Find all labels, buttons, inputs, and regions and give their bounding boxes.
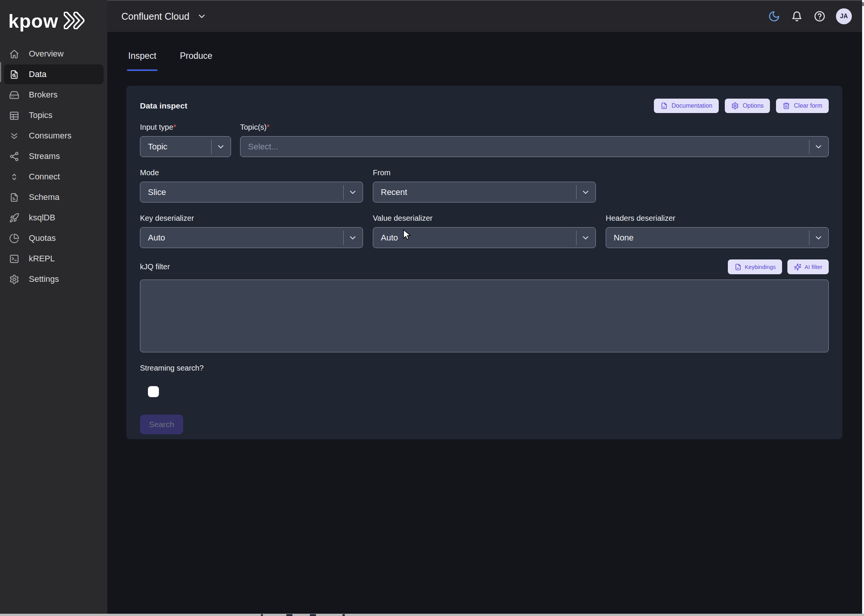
input-type-value: Topic: [148, 142, 211, 152]
from-select[interactable]: Recent: [373, 182, 596, 203]
mode-select[interactable]: Slice: [140, 182, 363, 203]
help-button[interactable]: [813, 10, 826, 23]
headers-deserializer-select[interactable]: None: [606, 227, 829, 248]
keybindings-button[interactable]: Keybindings: [728, 259, 782, 274]
key-deserializer-value: Auto: [148, 233, 343, 243]
sidebar-nav: Overview Data Brokers Topics Consumers S…: [0, 44, 107, 289]
pie-chart-icon: [9, 233, 19, 244]
sidebar-item-label: Topics: [29, 110, 52, 120]
input-type-select[interactable]: Topic: [140, 136, 231, 157]
chevron-down-icon: [814, 142, 823, 151]
sidebar-item-label: Connect: [29, 172, 60, 182]
taskbar-edge: [0, 614, 864, 616]
data-inspect-panel: Data inspect Documentation Options Clear…: [126, 86, 842, 439]
taskbar-edge-mark: [310, 614, 316, 616]
user-avatar[interactable]: JA: [836, 8, 852, 24]
dark-mode-toggle[interactable]: [768, 10, 781, 23]
main-content: Inspect Produce Data inspect Documentati…: [107, 32, 864, 614]
headers-deserializer-label: Headers deserializer: [606, 214, 829, 223]
input-type-label: Input type*: [140, 123, 231, 132]
key-deserializer-select[interactable]: Auto: [140, 227, 363, 248]
sidebar-item-krepl[interactable]: kREPL: [4, 249, 104, 269]
taskbar-edge-mark: [286, 614, 292, 616]
tab-inspect[interactable]: Inspect: [127, 51, 157, 71]
table-icon: [9, 110, 19, 121]
value-deserializer-value: Auto: [381, 233, 576, 243]
sidebar-item-label: ksqlDB: [29, 213, 55, 223]
sidebar-item-label: Quotas: [29, 233, 56, 243]
gear-icon: [9, 274, 19, 284]
ai-filter-label: AI filter: [804, 264, 822, 270]
clear-form-label: Clear form: [794, 102, 822, 109]
logo-chevrons-icon: [64, 12, 88, 31]
topics-label: Topic(s)*: [240, 123, 829, 132]
sidebar-item-data[interactable]: Data: [4, 64, 104, 84]
key-deserializer-label: Key deserializer: [140, 214, 363, 223]
chevron-down-icon: [581, 188, 590, 197]
kpow-logo[interactable]: kpow: [0, 0, 107, 33]
sidebar-item-connect[interactable]: Connect: [4, 167, 104, 187]
taskbar-edge-mark: [342, 614, 345, 616]
cluster-selector[interactable]: Confluent Cloud: [121, 11, 207, 22]
window-scrollbar[interactable]: [862, 0, 864, 616]
sidebar-item-brokers[interactable]: Brokers: [4, 85, 104, 105]
value-deserializer-label: Value deserializer: [373, 214, 596, 223]
sidebar-item-label: Streams: [29, 151, 60, 161]
sidebar-item-label: kREPL: [29, 254, 55, 264]
sidebar-item-consumers[interactable]: Consumers: [4, 126, 104, 146]
help-circle-icon: [814, 10, 826, 22]
notifications-button[interactable]: [790, 10, 803, 23]
select-divider: [809, 140, 810, 154]
topbar: Confluent Cloud JA: [107, 0, 864, 32]
clear-form-button[interactable]: Clear form: [776, 99, 829, 113]
sidebar-item-label: Overview: [29, 49, 64, 59]
chevron-down-icon: [348, 188, 357, 197]
mode-label: Mode: [140, 168, 363, 177]
topics-placeholder: Select...: [248, 142, 809, 152]
share-icon: [9, 151, 19, 162]
rocket-icon: [9, 213, 19, 223]
value-deserializer-select[interactable]: Auto: [373, 227, 596, 248]
options-label: Options: [743, 102, 763, 109]
sparkles-icon: [794, 263, 801, 271]
kjq-filter-textarea[interactable]: [140, 280, 829, 352]
hard-drive-icon: [9, 90, 19, 100]
streaming-search-checkbox[interactable]: [148, 386, 159, 397]
from-value: Recent: [381, 187, 576, 197]
streaming-search-label: Streaming search?: [140, 364, 829, 372]
sidebar-item-settings[interactable]: Settings: [4, 269, 104, 289]
sidebar-item-streams[interactable]: Streams: [4, 146, 104, 166]
topics-select[interactable]: Select...: [240, 136, 829, 157]
document-icon: [734, 263, 742, 271]
chevron-down-icon: [814, 233, 823, 242]
gear-icon: [731, 102, 739, 110]
chevron-down-icon: [197, 11, 207, 21]
sidebar-item-overview[interactable]: Overview: [4, 44, 104, 64]
terminal-icon: [9, 254, 19, 264]
sidebar-item-label: Settings: [29, 274, 59, 284]
documentation-button[interactable]: Documentation: [654, 99, 719, 113]
chevron-down-icon: [216, 142, 225, 151]
search-button[interactable]: Search: [140, 415, 183, 434]
ai-filter-button[interactable]: AI filter: [787, 259, 829, 274]
chevron-down-icon: [348, 233, 357, 242]
app-window: kpow Overview Data Br: [0, 0, 864, 616]
sidebar-item-label: Schema: [29, 192, 60, 202]
sidebar-item-label: Consumers: [29, 131, 71, 141]
kjq-filter-label: kJQ filter: [140, 262, 170, 271]
chevrons-up-down-icon: [9, 172, 19, 182]
sidebar-item-ksqldb[interactable]: ksqlDB: [4, 208, 104, 228]
taskbar-edge-mark: [261, 614, 263, 616]
options-button[interactable]: Options: [725, 99, 770, 113]
select-divider: [343, 185, 344, 200]
sidebar-item-schema[interactable]: Schema: [4, 187, 104, 207]
from-label: From: [373, 168, 596, 177]
panel-title: Data inspect: [140, 101, 187, 110]
file-text-icon: [9, 192, 19, 203]
tab-bar: Inspect Produce: [127, 51, 864, 71]
sidebar-scroll-indicator: [0, 62, 1, 82]
sidebar-item-quotas[interactable]: Quotas: [4, 228, 104, 248]
sidebar-item-topics[interactable]: Topics: [4, 105, 104, 125]
tab-produce[interactable]: Produce: [179, 51, 214, 71]
sidebar-item-label: Brokers: [29, 90, 58, 100]
